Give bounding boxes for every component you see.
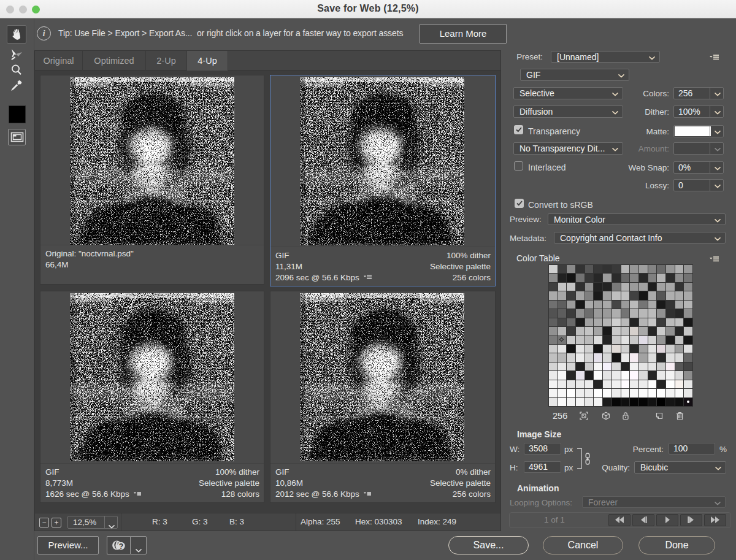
svg-text:?: ?	[119, 542, 123, 551]
